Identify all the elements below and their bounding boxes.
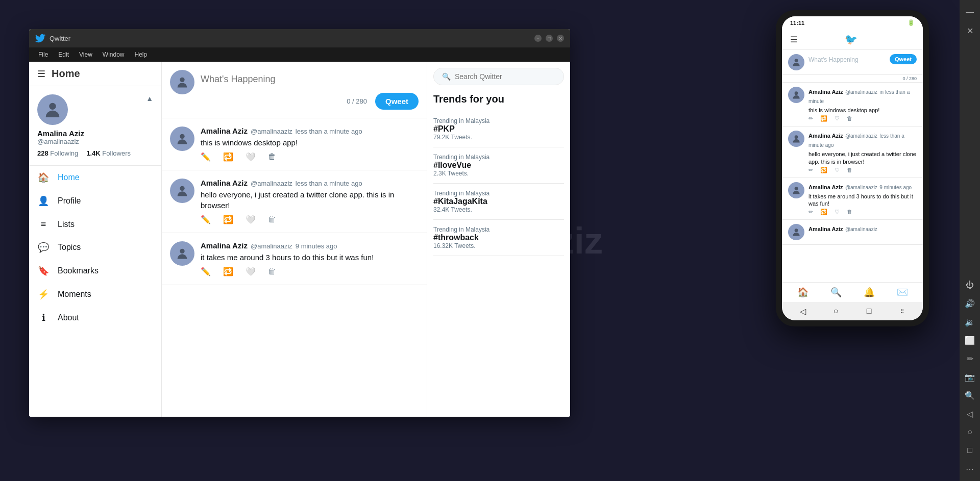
lists-icon: ≡ [37,219,50,230]
followers-count: 1.4K [86,149,100,157]
tweet-3-content: Amalina Aziz @amalinaaziz 9 minutes ago … [201,241,419,276]
tweet-1-actions: ✏️ 🔁 🤍 🗑 [201,152,419,162]
phone-tweet-2-delete[interactable]: 🗑 [847,167,852,173]
phone-nav-messages-icon[interactable]: ✉️ [897,287,908,298]
phone-nav-notifications-icon[interactable]: 🔔 [864,287,875,298]
hamburger-icon[interactable]: ☰ [37,68,45,80]
trend-2-name: #IloveVue [433,161,564,170]
phone-tweet-1-retweet[interactable]: 🔁 [820,115,827,122]
phone-tweet-1-like[interactable]: ♡ [835,115,840,122]
nav-bookmarks[interactable]: 🔖 Bookmarks [29,259,161,283]
tweet-1-edit[interactable]: ✏️ [201,152,211,162]
trend-1[interactable]: Trending in Malaysia #PKP 79.2K Tweets. [433,111,564,147]
panel-power-icon[interactable]: ⏻ [962,277,978,293]
close-button[interactable]: ✕ [557,35,564,42]
phone-tweet-2-edit[interactable]: ✏ [808,167,813,173]
tweet-3-delete[interactable]: 🗑 [268,267,276,276]
phone-tweet-3-actions: ✏ 🔁 ♡ 🗑 [808,209,917,215]
phone-status-bar: 11:11 🔋 [782,16,923,29]
search-icon: 🔍 [442,72,451,81]
menu-view[interactable]: View [74,47,97,62]
tweet-1-delete[interactable]: 🗑 [268,152,276,162]
panel-volume-down-icon[interactable]: 🔉 [962,314,978,330]
tweet-2-like[interactable]: 🤍 [246,215,256,224]
minimize-button[interactable]: － [534,35,542,42]
search-input[interactable] [455,72,555,81]
panel-minimize-icon[interactable]: — [962,4,978,20]
panel-volume-up-icon[interactable]: 🔊 [962,295,978,312]
app-icon [35,33,45,43]
panel-eraser-icon[interactable]: ⬜ [962,332,978,348]
panel-circle-icon[interactable]: ○ [962,424,978,440]
panel-zoom-in-icon[interactable]: 🔍 [962,387,978,403]
nav-profile[interactable]: 👤 Profile [29,189,161,213]
tweet-3-like[interactable]: 🤍 [246,267,256,276]
tweet-2-actions: ✏️ 🔁 🤍 🗑 [201,215,419,224]
phone-tweet-3-delete[interactable]: 🗑 [847,209,852,215]
phone-nav-search-icon[interactable]: 🔍 [830,287,842,298]
android-menu-button[interactable]: ⠿ [897,306,908,316]
tweet-1-retweet[interactable]: 🔁 [223,152,233,162]
tweet-2-retweet[interactable]: 🔁 [223,215,233,224]
search-box[interactable]: 🔍 [433,68,564,85]
trend-3[interactable]: Trending in Malaysia #KitaJagaKita 32.4K… [433,184,564,220]
trend-4[interactable]: Trending in Malaysia #throwback 16.32K T… [433,220,564,256]
collapse-button[interactable]: ▲ [146,94,153,103]
nav-moments[interactable]: ⚡ Moments [29,283,161,306]
phone-hamburger-icon[interactable]: ☰ [790,35,797,44]
phone-qweet-button[interactable]: Qweet [890,54,917,64]
android-home-button[interactable]: ○ [831,306,841,316]
nav-topics[interactable]: 💬 Topics [29,236,161,259]
phone-tweet-2-avatar [788,131,804,147]
tweet-3-edit[interactable]: ✏️ [201,267,211,276]
menu-edit[interactable]: Edit [53,47,74,62]
trend-2[interactable]: Trending in Malaysia #IloveVue 2.3K Twee… [433,147,564,184]
followers-label: Followers [102,149,131,157]
window-title: Qwitter [50,35,534,42]
menu-help[interactable]: Help [130,47,153,62]
nav-moments-label: Moments [58,290,91,299]
tweet-3-retweet[interactable]: 🔁 [223,267,233,276]
panel-camera-icon[interactable]: 📷 [962,369,978,385]
tweet-3-name: Amalina Aziz [201,241,248,250]
phone-tweet-3-like[interactable]: ♡ [835,209,840,215]
tweet-2-delete[interactable]: 🗑 [268,215,276,224]
nav-home[interactable]: 🏠 Home [29,166,161,189]
nav-lists[interactable]: ≡ Lists [29,213,161,236]
phone-tweet-1-delete[interactable]: 🗑 [847,115,852,122]
menu-window[interactable]: Window [97,47,130,62]
trend-2-tweets: 2.3K Tweets. [433,170,564,177]
phone-char-count: 0 / 280 [782,75,923,83]
compose-input[interactable] [201,70,419,89]
svg-point-7 [795,136,798,139]
panel-chevron-left-icon[interactable]: ◁ [962,406,978,422]
menu-file[interactable]: File [33,47,53,62]
maximize-button[interactable]: □ [546,35,553,42]
panel-square-icon[interactable]: □ [962,442,978,459]
phone-tweet-1-text: this is windows desktop app! [808,107,917,114]
phone-tweet-2-like[interactable]: ♡ [835,167,840,173]
phone-tweet-1-edit[interactable]: ✏ [808,115,813,122]
phone-tweet-3-edit[interactable]: ✏ [808,209,813,215]
tweet-2-avatar [170,179,194,203]
phone-compose: What's Happening Qweet [782,50,923,75]
qweet-button[interactable]: Qweet [375,93,419,110]
phone-nav-home-icon[interactable]: 🏠 [797,287,808,298]
tweet-1-like[interactable]: 🤍 [246,152,256,162]
svg-point-1 [180,78,184,82]
android-back-button[interactable]: ◁ [798,306,808,316]
svg-point-9 [795,229,798,233]
panel-close-icon[interactable]: ✕ [962,22,978,39]
android-recents-button[interactable]: □ [864,306,874,316]
main-feed: 0 / 280 Qweet Amalina Aziz @amalinaaziz … [162,62,427,417]
nav-about[interactable]: ℹ About [29,306,161,330]
phone-tweet-2-text: hello everyone, i just created a twitter… [808,150,917,165]
right-panel: — ✕ ⏻ 🔊 🔉 ⬜ ✏ 📷 🔍 ◁ ○ □ ⋯ [960,0,980,481]
trend-4-name: #throwback [433,233,564,242]
phone-tweet-2-retweet[interactable]: 🔁 [820,167,827,173]
tweet-2-edit[interactable]: ✏️ [201,215,211,224]
phone-tweet-1-actions: ✏ 🔁 ♡ 🗑 [808,115,917,122]
panel-ellipsis-icon[interactable]: ⋯ [962,461,978,477]
phone-tweet-3-retweet[interactable]: 🔁 [820,209,827,215]
panel-pencil-icon[interactable]: ✏ [962,350,978,367]
